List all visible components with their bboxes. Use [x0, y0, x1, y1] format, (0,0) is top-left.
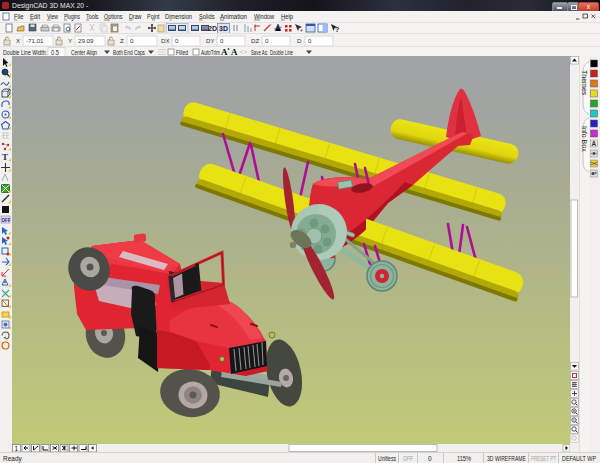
svg-text:A: A [592, 140, 597, 147]
svg-text:1: 1 [15, 445, 19, 452]
svg-text:T: T [2, 152, 8, 162]
svg-text:29.09: 29.09 [78, 37, 94, 44]
svg-text:Filled: Filled [176, 49, 188, 56]
svg-text:Info Box: Info Box [581, 126, 588, 152]
svg-text:DEFAULT WP: DEFAULT WP [562, 455, 596, 462]
svg-text:Edit: Edit [30, 13, 40, 20]
svg-text:Double Line: Double Line [270, 49, 293, 56]
svg-text:?: ? [335, 26, 339, 33]
svg-text:OFF: OFF [403, 455, 413, 462]
svg-text:115%: 115% [457, 455, 471, 462]
svg-text:Save As:: Save As: [251, 49, 268, 56]
svg-text:Double Line Width:: Double Line Width: [3, 49, 47, 56]
svg-text:0: 0 [308, 37, 312, 44]
svg-text:Themes: Themes [581, 70, 588, 96]
svg-text:0: 0 [175, 37, 179, 44]
svg-text:Dimension: Dimension [165, 13, 192, 20]
svg-text:0: 0 [130, 37, 134, 44]
svg-text:File: File [14, 13, 24, 20]
svg-text:D: D [297, 37, 302, 44]
svg-text:Solids: Solids [199, 13, 215, 20]
svg-text:3D: 3D [219, 25, 228, 32]
svg-text:Tools: Tools [86, 13, 99, 20]
svg-text:0: 0 [220, 37, 224, 44]
svg-text:-71.01: -71.01 [26, 37, 44, 44]
svg-text:DY: DY [206, 37, 215, 44]
svg-text:PRESET PT: PRESET PT [531, 455, 556, 462]
svg-text:X: X [16, 37, 20, 44]
svg-text:Z: Z [120, 37, 124, 44]
svg-text:Draw: Draw [129, 13, 142, 20]
svg-text:0: 0 [428, 455, 432, 462]
svg-text:Window: Window [254, 13, 274, 20]
svg-text:0.5: 0.5 [51, 49, 59, 56]
svg-text:Y: Y [68, 37, 72, 44]
svg-text:DX: DX [161, 37, 170, 44]
svg-text:OFF: OFF [2, 218, 11, 223]
svg-text:View: View [47, 13, 58, 20]
svg-text:*: * [228, 47, 230, 53]
svg-text:Ready: Ready [3, 455, 23, 463]
svg-text:0: 0 [265, 37, 269, 44]
svg-text:3D WIREFRAME: 3D WIREFRAME [487, 455, 527, 462]
svg-text:AutoTrim: AutoTrim [201, 49, 220, 56]
svg-text:Unitless: Unitless [378, 455, 397, 462]
svg-text:Point: Point [147, 13, 160, 20]
svg-text:2D: 2D [208, 25, 217, 32]
svg-text:DZ: DZ [251, 37, 259, 44]
svg-text:Animation: Animation [220, 13, 247, 20]
